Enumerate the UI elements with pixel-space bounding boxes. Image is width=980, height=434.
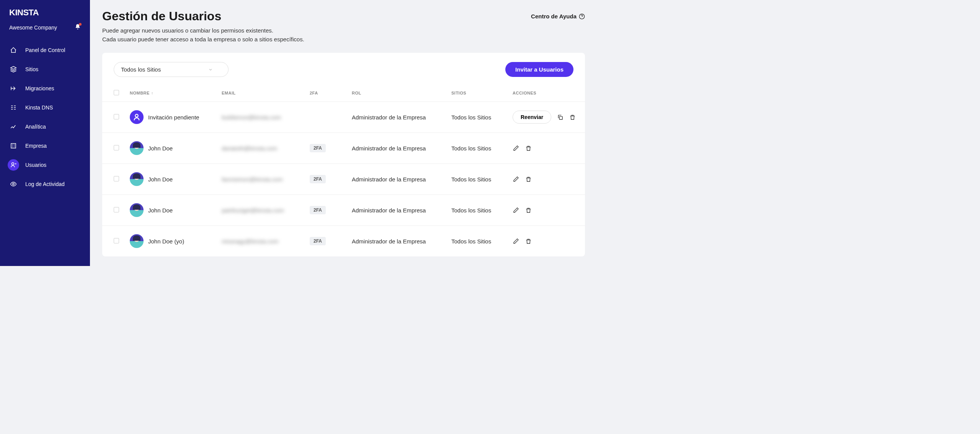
svg-rect-0 [11, 144, 16, 148]
row-checkbox[interactable] [114, 207, 119, 212]
sidebar-item-dashboard[interactable]: Panel de Control [0, 41, 90, 60]
row-checkbox[interactable] [114, 145, 119, 150]
svg-point-4 [135, 114, 138, 117]
sidebar-item-activity[interactable]: Log de Actividad [0, 175, 90, 194]
user-name: John Doe [148, 207, 173, 214]
eye-icon [10, 181, 17, 188]
pencil-icon [513, 207, 519, 213]
pencil-icon [513, 145, 519, 151]
chevron-down-icon [208, 67, 213, 72]
sort-asc-icon: ↑ [151, 91, 154, 95]
2fa-badge: 2FA [310, 144, 326, 152]
logo: KINSTA [0, 8, 90, 21]
user-email: patriksziget@kinsta.com [222, 207, 284, 214]
user-email: fannisimon@kinsta.com [222, 176, 283, 183]
filter-selected: Todos los Sitios [121, 66, 161, 73]
row-checkbox[interactable] [114, 114, 119, 119]
pencil-icon [513, 238, 519, 244]
row-checkbox[interactable] [114, 238, 119, 243]
edit-button[interactable] [513, 238, 519, 245]
2fa-badge: 2FA [310, 206, 326, 214]
edit-button[interactable] [513, 176, 519, 183]
user-name: John Doe [148, 176, 173, 183]
user-email: bukibence@kinsta.com [222, 114, 281, 121]
main-content: Gestión de Usuarios Centro de Ayuda Pued… [90, 0, 597, 266]
edit-button[interactable] [513, 145, 519, 152]
copy-icon [557, 114, 564, 121]
svg-point-1 [12, 163, 14, 165]
user-sites: Todos los Sitios [447, 133, 508, 164]
layers-icon [10, 66, 17, 73]
dns-icon [10, 104, 17, 111]
column-header-email[interactable]: EMAIL [217, 85, 305, 102]
column-header-role[interactable]: ROL [347, 85, 447, 102]
avatar [130, 172, 144, 186]
select-all-checkbox[interactable] [114, 90, 119, 95]
sidebar-item-label: Analítica [25, 124, 46, 130]
notifications-button[interactable] [75, 24, 81, 31]
table-row: John Doe (yo)miranagy@kinsta.com2FAAdmin… [102, 226, 585, 257]
users-card: Todos los Sitios Invitar a Usuarios NOMB… [102, 53, 585, 256]
user-role: Administrador de la Empresa [347, 226, 447, 257]
company-name: Awesome Company [9, 24, 57, 31]
table-row: John Doefannisimon@kinsta.com2FAAdminist… [102, 164, 585, 195]
svg-point-2 [13, 183, 15, 185]
help-center-link[interactable]: Centro de Ayuda [531, 9, 585, 20]
table-row: John Doepatriksziget@kinsta.com2FAAdmini… [102, 195, 585, 226]
user-sites: Todos los Sitios [447, 226, 508, 257]
avatar [130, 234, 144, 248]
trash-icon [525, 238, 532, 245]
edit-button[interactable] [513, 207, 519, 214]
user-sites: Todos los Sitios [447, 164, 508, 195]
sidebar-item-company[interactable]: Empresa [0, 136, 90, 155]
page-title: Gestión de Usuarios [102, 9, 221, 23]
sidebar-item-analytics[interactable]: Analítica [0, 117, 90, 136]
sidebar-item-label: Panel de Control [25, 47, 65, 53]
delete-button[interactable] [525, 238, 532, 245]
user-email: miranagy@kinsta.com [222, 238, 279, 245]
row-checkbox[interactable] [114, 176, 119, 181]
sites-filter-select[interactable]: Todos los Sitios [114, 62, 229, 77]
sidebar-item-sites[interactable]: Sitios [0, 60, 90, 79]
column-header-sites[interactable]: SITIOS [447, 85, 508, 102]
pencil-icon [513, 176, 519, 182]
user-name: John Doe (yo) [148, 238, 184, 245]
chart-icon [10, 123, 17, 130]
invite-users-button[interactable]: Invitar a Usuarios [505, 62, 573, 77]
user-name: Invitación pendiente [148, 114, 199, 121]
copy-button[interactable] [557, 114, 564, 121]
user-sites: Todos los Sitios [447, 102, 508, 133]
column-header-name[interactable]: NOMBRE↑ [125, 85, 217, 102]
2fa-badge: 2FA [310, 175, 326, 183]
sidebar-item-migrations[interactable]: Migraciones [0, 79, 90, 98]
sidebar-item-label: Usuarios [25, 162, 46, 168]
nav: Panel de Control Sitios Migraciones Kins… [0, 41, 90, 194]
sidebar-item-label: Migraciones [25, 85, 54, 91]
delete-button[interactable] [525, 176, 532, 183]
page-subtitle: Puede agregar nuevos usuarios o cambiar … [102, 26, 585, 44]
svg-rect-5 [559, 116, 562, 119]
resend-button[interactable]: Reenviar [513, 111, 551, 124]
arrow-icon [10, 85, 17, 92]
trash-icon [525, 176, 532, 183]
delete-button[interactable] [525, 207, 532, 214]
delete-button[interactable] [569, 114, 576, 121]
column-header-actions: ACCIONES [508, 85, 585, 102]
sidebar-item-label: Log de Actividad [25, 181, 65, 187]
user-email: dariatoth@kinsta.com [222, 145, 277, 152]
brand-text: KINSTA [9, 8, 81, 18]
sidebar-item-users[interactable]: Usuarios [0, 155, 90, 175]
trash-icon [525, 145, 532, 152]
user-role: Administrador de la Empresa [347, 195, 447, 226]
delete-button[interactable] [525, 145, 532, 152]
avatar-pending-icon [130, 110, 144, 124]
user-name: John Doe [148, 145, 173, 152]
user-plus-icon [10, 162, 17, 168]
help-center-label: Centro de Ayuda [531, 13, 577, 20]
table-row: John Doedariatoth@kinsta.com2FAAdministr… [102, 133, 585, 164]
column-header-2fa[interactable]: 2FA [305, 85, 347, 102]
sidebar-item-dns[interactable]: Kinsta DNS [0, 98, 90, 117]
help-icon [579, 13, 585, 20]
table-row: Invitación pendientebukibence@kinsta.com… [102, 102, 585, 133]
subtitle-line-1: Puede agregar nuevos usuarios o cambiar … [102, 27, 273, 34]
